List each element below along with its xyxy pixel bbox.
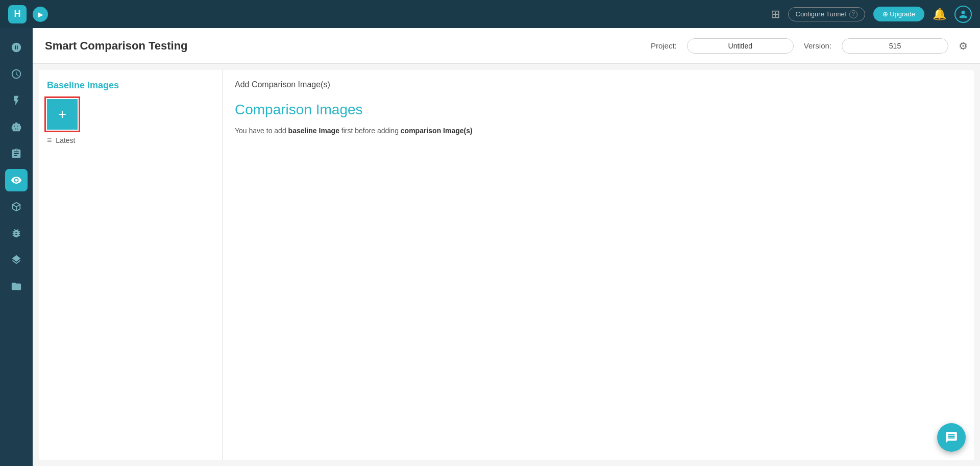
- desc-bold1: baseline Image: [288, 127, 339, 135]
- desc-bold2: comparison Image(s): [401, 127, 473, 135]
- bell-icon[interactable]: 🔔: [933, 8, 946, 21]
- chat-button[interactable]: [937, 423, 966, 452]
- top-navigation: H ▶ ⊞ Configure Tunnel ? ⊕ Upgrade 🔔: [0, 0, 980, 28]
- top-nav-left: H ▶: [8, 5, 48, 23]
- avatar[interactable]: [954, 6, 972, 23]
- logo-icon: H: [8, 5, 27, 23]
- settings-icon[interactable]: ⚙: [959, 40, 968, 52]
- content-area: Smart Comparison Testing Project: Versio…: [33, 28, 980, 466]
- baseline-title: Baseline Images: [47, 80, 214, 91]
- comparison-heading: Comparison Images: [235, 102, 962, 118]
- add-comparison-title: Add Comparison Image(s): [235, 80, 962, 89]
- upgrade-label: ⊕ Upgrade: [883, 10, 915, 18]
- sidebar: [0, 28, 33, 466]
- sidebar-item-clock[interactable]: [5, 63, 28, 85]
- add-baseline-button[interactable]: +: [47, 99, 78, 130]
- configure-tunnel-label: Configure Tunnel: [796, 10, 846, 18]
- version-label: Version:: [804, 41, 831, 50]
- help-icon: ?: [849, 10, 857, 18]
- version-input[interactable]: [842, 38, 948, 54]
- sidebar-item-folder[interactable]: [5, 275, 28, 298]
- project-label: Project:: [651, 41, 677, 50]
- grid-icon[interactable]: ⊞: [771, 8, 780, 21]
- upgrade-button[interactable]: ⊕ Upgrade: [873, 7, 924, 21]
- project-input[interactable]: [687, 38, 794, 54]
- latest-label: Latest: [56, 136, 75, 144]
- add-button-label: +: [58, 106, 66, 122]
- top-nav-right: ⊞ Configure Tunnel ? ⊕ Upgrade 🔔: [771, 6, 972, 23]
- desc-part1: You have to add: [235, 127, 288, 135]
- sidebar-item-cube[interactable]: [5, 195, 28, 218]
- sidebar-item-layers[interactable]: [5, 249, 28, 271]
- configure-tunnel-button[interactable]: Configure Tunnel ?: [788, 7, 865, 21]
- sidebar-item-eye[interactable]: [5, 169, 28, 191]
- left-panel: Baseline Images + ≡ Latest: [39, 70, 223, 460]
- sidebar-item-bolt[interactable]: [5, 89, 28, 112]
- sidebar-item-bot[interactable]: [5, 116, 28, 138]
- header-bar: Smart Comparison Testing Project: Versio…: [33, 28, 980, 64]
- main-layout: Smart Comparison Testing Project: Versio…: [0, 28, 980, 466]
- lines-icon: ≡: [47, 136, 52, 145]
- sidebar-item-dashboard[interactable]: [5, 36, 28, 59]
- nav-forward-icon[interactable]: ▶: [33, 7, 48, 22]
- comparison-description: You have to add baseline Image first bef…: [235, 125, 962, 136]
- page-title: Smart Comparison Testing: [45, 39, 188, 53]
- body-panel: Baseline Images + ≡ Latest Add Compariso…: [39, 70, 974, 460]
- latest-item[interactable]: ≡ Latest: [47, 136, 214, 145]
- sidebar-item-clipboard[interactable]: [5, 142, 28, 165]
- right-panel: Add Comparison Image(s) Comparison Image…: [223, 70, 974, 460]
- desc-part2: first before adding: [339, 127, 401, 135]
- sidebar-item-bug[interactable]: [5, 222, 28, 244]
- header-right: Project: Version: ⚙: [651, 38, 968, 54]
